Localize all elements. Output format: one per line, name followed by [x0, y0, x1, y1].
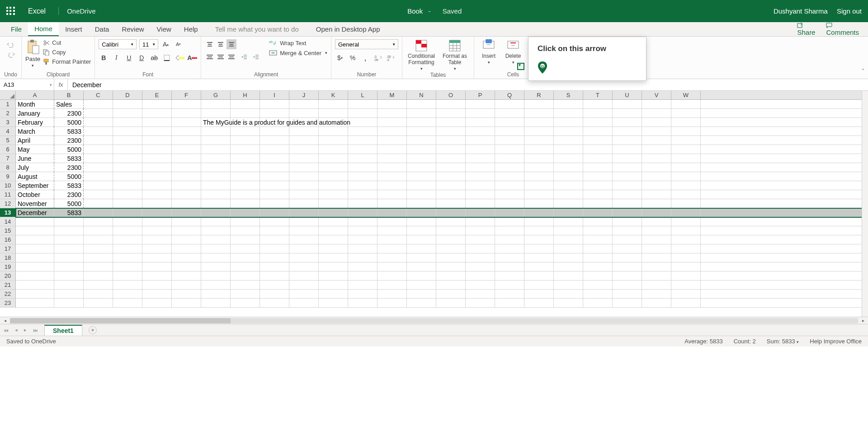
cell[interactable]	[407, 199, 436, 208]
cell[interactable]	[495, 199, 524, 208]
cell[interactable]	[436, 172, 466, 181]
cell[interactable]	[524, 272, 554, 280]
cell[interactable]	[583, 118, 613, 126]
cell[interactable]	[583, 172, 613, 181]
cell[interactable]	[407, 190, 436, 199]
cell[interactable]	[348, 272, 377, 280]
double-underline-button[interactable]: D	[137, 53, 146, 63]
cell[interactable]: August	[16, 172, 54, 181]
cell[interactable]	[377, 181, 407, 190]
cell[interactable]	[113, 109, 142, 117]
cell[interactable]	[466, 299, 495, 307]
cell[interactable]	[172, 172, 201, 181]
row-header[interactable]: 16	[0, 235, 15, 244]
cell[interactable]	[172, 208, 201, 217]
table-row[interactable]	[16, 290, 868, 299]
column-header[interactable]: M	[377, 91, 407, 99]
cell[interactable]	[142, 199, 172, 208]
cell[interactable]	[671, 244, 701, 253]
table-row[interactable]	[16, 281, 868, 290]
cell[interactable]	[113, 244, 142, 253]
row-header[interactable]: 9	[0, 172, 15, 181]
cell[interactable]	[436, 217, 466, 226]
cell[interactable]	[84, 172, 113, 181]
cell[interactable]	[554, 163, 583, 172]
cell[interactable]	[613, 272, 642, 280]
cell[interactable]	[260, 145, 289, 154]
cell[interactable]	[201, 272, 231, 280]
cell[interactable]	[142, 244, 172, 253]
cell[interactable]	[377, 299, 407, 307]
cell[interactable]	[54, 244, 84, 253]
cell[interactable]	[466, 217, 495, 226]
add-sheet-button[interactable]: +	[89, 326, 97, 334]
shrink-font-button[interactable]: A▾	[174, 39, 184, 49]
column-header[interactable]: L	[348, 91, 377, 99]
cell[interactable]	[84, 100, 113, 108]
cell[interactable]	[583, 199, 613, 208]
cell[interactable]	[260, 281, 289, 289]
vertical-align-group[interactable]	[205, 39, 236, 49]
row-header[interactable]: 20	[0, 272, 15, 281]
row-headers[interactable]: 1234567891011121314151617181920212223	[0, 100, 16, 308]
cell[interactable]	[142, 299, 172, 307]
table-row[interactable]: November5000	[16, 199, 868, 208]
cell[interactable]: January	[16, 109, 54, 117]
row-header[interactable]: 19	[0, 262, 15, 272]
cell[interactable]	[84, 208, 113, 217]
cell[interactable]	[113, 118, 142, 126]
cell[interactable]	[613, 281, 642, 289]
cell[interactable]	[201, 199, 231, 208]
cell[interactable]	[348, 172, 377, 181]
fx-icon[interactable]: fx	[54, 79, 68, 90]
cell[interactable]	[524, 100, 554, 108]
cell[interactable]	[583, 253, 613, 262]
cell[interactable]	[260, 127, 289, 136]
cell[interactable]	[377, 253, 407, 262]
share-button[interactable]: Share	[797, 22, 815, 36]
cell[interactable]	[613, 100, 642, 108]
cell[interactable]	[231, 181, 260, 190]
cell[interactable]	[84, 217, 113, 226]
cell[interactable]	[583, 154, 613, 163]
cell[interactable]	[113, 290, 142, 298]
cell[interactable]	[113, 127, 142, 136]
cell[interactable]	[671, 190, 701, 199]
cell[interactable]	[554, 281, 583, 289]
cell[interactable]	[113, 145, 142, 154]
cell[interactable]	[583, 136, 613, 145]
cell[interactable]	[16, 253, 54, 262]
cell[interactable]	[613, 118, 642, 126]
cell[interactable]	[554, 262, 583, 271]
cell[interactable]	[319, 253, 348, 262]
cell[interactable]	[348, 208, 377, 217]
cell[interactable]	[466, 244, 495, 253]
cell[interactable]	[260, 154, 289, 163]
cell[interactable]	[84, 299, 113, 307]
cell[interactable]	[407, 181, 436, 190]
cell[interactable]	[113, 281, 142, 289]
cell[interactable]	[260, 181, 289, 190]
tab-review[interactable]: Review	[115, 22, 150, 36]
cell[interactable]	[466, 127, 495, 136]
cell[interactable]	[289, 199, 319, 208]
cell[interactable]	[583, 235, 613, 244]
decrease-indent-button[interactable]	[239, 52, 249, 62]
cell[interactable]	[613, 299, 642, 307]
cell[interactable]	[319, 272, 348, 280]
cell[interactable]	[142, 272, 172, 280]
cell[interactable]	[84, 272, 113, 280]
cell[interactable]	[113, 199, 142, 208]
cell[interactable]	[84, 235, 113, 244]
cell[interactable]	[289, 217, 319, 226]
cell[interactable]	[613, 290, 642, 298]
cell[interactable]	[54, 281, 84, 289]
cell[interactable]	[289, 226, 319, 235]
cell[interactable]	[319, 136, 348, 145]
cell[interactable]	[495, 154, 524, 163]
cell[interactable]	[524, 226, 554, 235]
cell[interactable]	[554, 299, 583, 307]
cell[interactable]	[319, 100, 348, 108]
cell[interactable]: Month	[16, 100, 54, 108]
cell[interactable]	[554, 272, 583, 280]
